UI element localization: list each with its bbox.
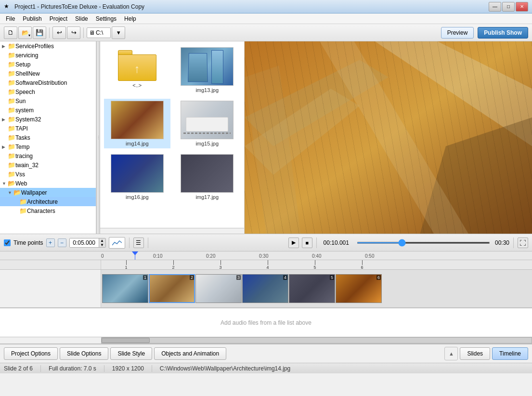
tree-item-characters[interactable]: 📁 Characters bbox=[0, 206, 96, 215]
toolbar-separator-1 bbox=[49, 27, 50, 38]
undo-button[interactable]: ↩ bbox=[52, 26, 66, 39]
window-controls[interactable]: — □ ✕ bbox=[489, 2, 528, 12]
app-icon: ★ bbox=[4, 3, 12, 11]
add-time-point-button[interactable]: + bbox=[46, 238, 55, 247]
menu-project[interactable]: Project bbox=[46, 14, 71, 23]
file-item-img14[interactable]: img14.jpg bbox=[104, 99, 170, 148]
timeline-wrapper: 0 0:10 0:20 0:30 0:40 0:50 1 bbox=[0, 251, 532, 343]
time-points-label: Time points bbox=[13, 239, 43, 246]
ruler-mark-50: 0:50 bbox=[365, 253, 374, 259]
tree-item-twain32[interactable]: 📁 twain_32 bbox=[0, 160, 96, 170]
minimize-button[interactable]: — bbox=[489, 2, 501, 12]
time-increment-button[interactable]: ▲ bbox=[99, 238, 105, 243]
tree-item-servicing[interactable]: 📁 servicing bbox=[0, 51, 96, 60]
tree-item-wallpaper[interactable]: ▼ 📂 Wallpaper bbox=[0, 188, 96, 197]
menu-settings[interactable]: Settings bbox=[92, 14, 120, 23]
time-decrement-button[interactable]: ▼ bbox=[99, 243, 105, 247]
play-button[interactable]: ▶ bbox=[288, 238, 299, 248]
menu-publish[interactable]: Publish bbox=[19, 14, 45, 23]
folder-icon: 📁 bbox=[8, 97, 15, 105]
open-button[interactable]: 📂 ▾ bbox=[18, 26, 32, 39]
tree-item-tapi[interactable]: 📁 TAPI bbox=[0, 124, 96, 133]
tree-item-setup[interactable]: 📁 Setup bbox=[0, 60, 96, 69]
project-options-button[interactable]: Project Options bbox=[4, 347, 58, 360]
maximize-button[interactable]: □ bbox=[502, 2, 515, 12]
tree-item-vss[interactable]: 📁 Vss bbox=[0, 170, 96, 179]
preview-button[interactable]: Preview bbox=[441, 27, 474, 39]
expand-icon: ▼ bbox=[8, 190, 13, 195]
folder-thumb-icon: ↑ bbox=[118, 47, 156, 81]
tree-item-system[interactable]: 📁 system bbox=[0, 106, 96, 115]
menu-file[interactable]: File bbox=[2, 14, 19, 23]
time-points-checkbox[interactable] bbox=[4, 239, 11, 246]
expand-icon bbox=[2, 53, 8, 58]
expand-icon bbox=[2, 154, 8, 158]
expand-icon bbox=[2, 163, 8, 168]
fullscreen-button[interactable] bbox=[518, 238, 528, 248]
save-button[interactable]: 💾 bbox=[33, 26, 46, 39]
tick-row-content: 1 2 3 4 5 bbox=[101, 260, 532, 269]
sidebar-resize-handle[interactable]: ⋮ bbox=[96, 41, 100, 234]
tree-item-speech[interactable]: 📁 Speech bbox=[0, 87, 96, 96]
path-dropdown-button[interactable]: ▾ bbox=[112, 26, 125, 39]
tree-item-tasks[interactable]: 📁 Tasks bbox=[0, 133, 96, 142]
file-item-img17[interactable]: img17.jpg bbox=[174, 152, 241, 202]
file-label-img14: img14.jpg bbox=[126, 141, 149, 146]
timeline-ruler: 0 0:10 0:20 0:30 0:40 0:50 bbox=[0, 251, 532, 260]
file-browser-hscrollbar[interactable] bbox=[100, 228, 244, 234]
slide-thumb-4[interactable]: 4 bbox=[242, 274, 288, 303]
folder-open-icon: 📂 bbox=[13, 189, 21, 196]
file-thumbnail-img13 bbox=[181, 47, 234, 86]
timeline-tab-button[interactable]: Timeline bbox=[492, 347, 528, 360]
menubar: File Publish Project Slide Settings Help bbox=[0, 13, 532, 24]
timeline-hscrollbar[interactable] bbox=[0, 337, 532, 343]
slide-thumb-1[interactable]: 1 bbox=[102, 274, 148, 303]
slide-thumb-6[interactable]: 6 bbox=[336, 274, 382, 303]
file-item-img13[interactable]: img13.jpg bbox=[174, 45, 241, 95]
tree-item-sun[interactable]: 📁 Sun bbox=[0, 96, 96, 106]
audio-area: Add audio files from a file list above bbox=[0, 308, 532, 337]
slide-style-button[interactable]: Slide Style bbox=[110, 347, 152, 360]
timeline-controls-bar: Time points + − ▲ ▼ ☰ ▶ ■ 00:10.001 00:3… bbox=[0, 234, 532, 251]
slide-thumb-2[interactable]: 2 bbox=[149, 274, 195, 303]
timeline-settings-button[interactable]: ☰ bbox=[133, 238, 144, 248]
folder-icon: 📁 bbox=[8, 116, 15, 123]
new-button[interactable]: 🗋 bbox=[4, 26, 17, 39]
timeline-control-separator-2 bbox=[148, 238, 148, 248]
stop-button[interactable]: ■ bbox=[302, 238, 312, 248]
menu-help[interactable]: Help bbox=[120, 14, 140, 23]
timeline-control-separator-3 bbox=[316, 238, 317, 248]
tree-item-tracing[interactable]: 📁 tracing bbox=[0, 151, 96, 160]
publish-show-button[interactable]: Publish Show bbox=[478, 27, 528, 39]
slide-number-badge-3: 3 bbox=[236, 275, 241, 280]
tree-item-serviceprofiles[interactable]: ▶ 📁 ServiceProfiles bbox=[0, 41, 96, 51]
close-button[interactable]: ✕ bbox=[516, 2, 528, 12]
folder-icon: 📁 bbox=[8, 79, 15, 86]
timeline-hscrollbar-thumb[interactable] bbox=[102, 338, 150, 343]
menu-slide[interactable]: Slide bbox=[71, 14, 92, 23]
folder-icon: 📁 bbox=[8, 70, 15, 77]
folder-icon: 📁 bbox=[8, 134, 15, 141]
tree-item-web[interactable]: ▼ 📂 Web bbox=[0, 179, 96, 188]
tree-item-system32[interactable]: ▶ 📁 System32 bbox=[0, 115, 96, 124]
file-item-img15[interactable]: img15.jpg bbox=[174, 99, 241, 148]
objects-animation-button[interactable]: Objects and Animation bbox=[154, 347, 226, 360]
tree-item-temp[interactable]: ▶ 📁 Temp bbox=[0, 142, 96, 151]
slide-tick-row: 1 2 3 4 5 bbox=[0, 260, 532, 270]
tree-item-shellnew[interactable]: 📁 ShellNew bbox=[0, 69, 96, 78]
graph-view-button[interactable] bbox=[109, 237, 125, 249]
folder-icon: 📂 bbox=[8, 180, 15, 187]
remove-time-point-button[interactable]: − bbox=[58, 238, 66, 247]
file-item-img16[interactable]: img16.jpg bbox=[104, 152, 170, 202]
parent-folder-item[interactable]: ↑ <..> bbox=[104, 45, 170, 95]
slide-thumb-3[interactable]: 3 bbox=[195, 274, 242, 303]
slide-thumb-5[interactable]: 5 bbox=[289, 274, 335, 303]
tree-item-architecture[interactable]: 📁 Architecture bbox=[0, 197, 96, 206]
redo-button[interactable]: ↪ bbox=[67, 26, 80, 39]
time-value-input[interactable] bbox=[70, 238, 99, 247]
navigation-triangle-button[interactable]: ▲ bbox=[444, 347, 458, 360]
playback-position-slider[interactable] bbox=[357, 242, 490, 244]
slide-options-button[interactable]: Slide Options bbox=[60, 347, 108, 360]
slides-tab-button[interactable]: Slides bbox=[460, 347, 490, 360]
tree-item-softwaredistribution[interactable]: 📁 SoftwareDistribution bbox=[0, 78, 96, 87]
